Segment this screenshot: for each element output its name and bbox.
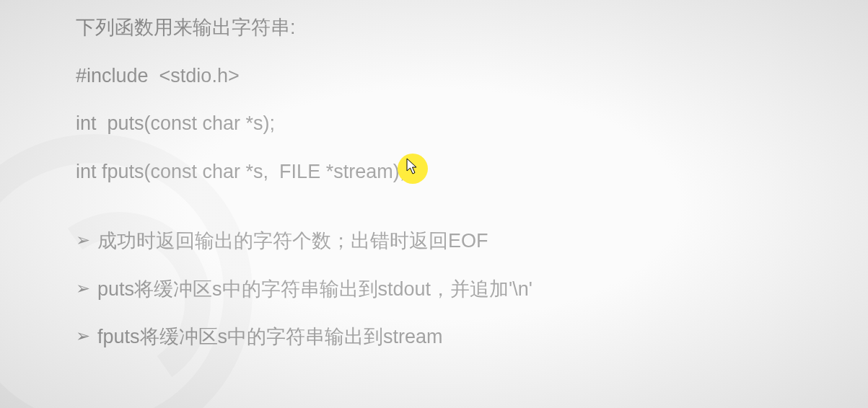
bullet-list: ➢ 成功时返回输出的字符个数；出错时返回EOF ➢ puts将缓冲区s中的字符串… <box>76 226 868 352</box>
code-puts-line: int puts(const char *s); <box>76 109 868 138</box>
code-include-line: #include <stdio.h> <box>76 61 868 91</box>
list-item: ➢ puts将缓冲区s中的字符串输出到stdout，并追加'\n' <box>76 275 868 304</box>
bullet-text: puts将缓冲区s中的字符串输出到stdout，并追加'\n' <box>97 275 868 304</box>
list-item: ➢ 成功时返回输出的字符个数；出错时返回EOF <box>76 226 868 256</box>
slide-content: 下列函数用来输出字符串: #include <stdio.h> int puts… <box>0 0 868 352</box>
code-fputs-line: int fputs(const char *s, FILE *stream); <box>76 157 868 187</box>
bullet-icon: ➢ <box>76 275 97 302</box>
bullet-text: 成功时返回输出的字符个数；出错时返回EOF <box>97 226 868 256</box>
bullet-text: fputs将缓冲区s中的字符串输出到stream <box>97 322 868 352</box>
list-item: ➢ fputs将缓冲区s中的字符串输出到stream <box>76 322 868 352</box>
heading-text: 下列函数用来输出字符串: <box>76 13 868 43</box>
bullet-icon: ➢ <box>76 226 97 254</box>
bullet-icon: ➢ <box>76 322 97 350</box>
